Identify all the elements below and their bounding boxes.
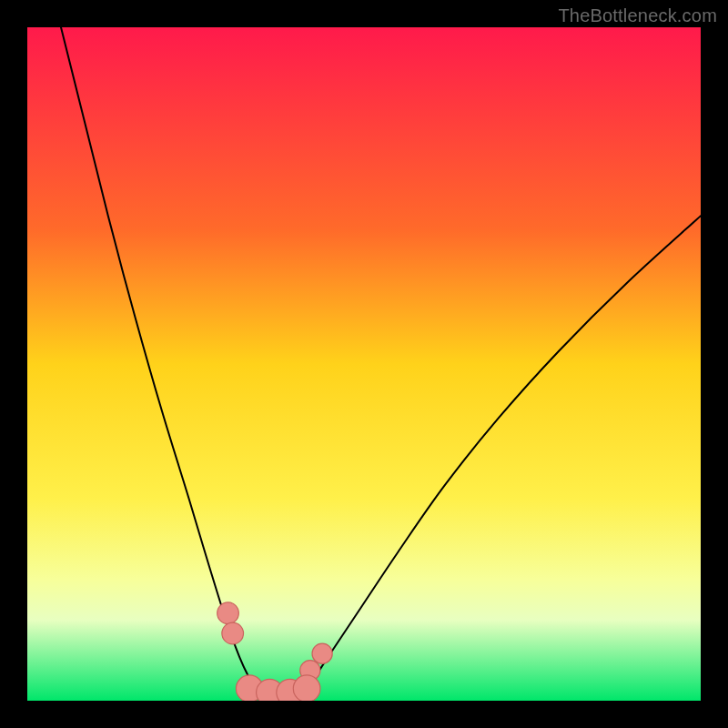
marker-right-marker-2	[312, 643, 332, 663]
watermark-text: TheBottleneck.com	[558, 5, 717, 26]
marker-floor-blob-4	[293, 675, 320, 701]
plot-area	[27, 27, 701, 701]
gradient-background	[27, 27, 701, 701]
chart-frame: TheBottleneck.com	[0, 0, 728, 728]
marker-left-marker-2	[222, 622, 244, 644]
bottleneck-chart	[27, 27, 701, 701]
marker-left-marker-1	[217, 602, 239, 624]
